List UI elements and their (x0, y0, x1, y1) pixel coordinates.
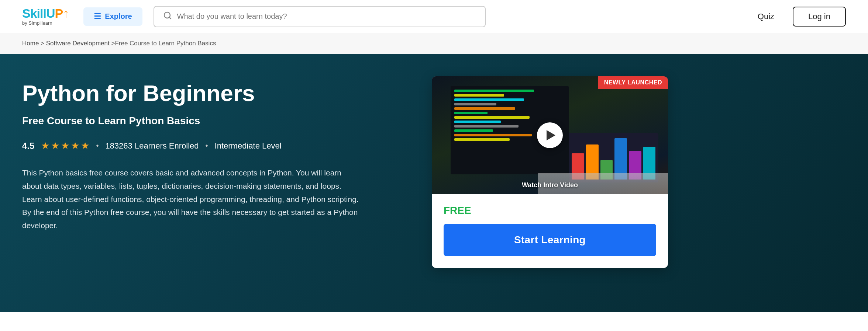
play-icon (547, 130, 555, 140)
course-description: This Python basics free course covers ba… (22, 166, 362, 232)
breadcrumb: Home > Software Development >Free Course… (0, 33, 868, 54)
hamburger-icon: ☰ (94, 12, 101, 21)
start-learning-button[interactable]: Start Learning (444, 224, 656, 256)
star-5: ★ (81, 140, 89, 151)
header: SkillUP↑ by Simplilearn ☰ Explore Quiz L… (0, 0, 868, 33)
rating-row: 4.5 ★ ★ ★ ★ ★ • 183263 Learners Enrolled… (22, 140, 410, 151)
rating-number: 4.5 (22, 141, 34, 151)
learners-enrolled: 183263 Learners Enrolled (105, 141, 199, 151)
hero-section: Python for Beginners Free Course to Lear… (0, 54, 868, 312)
nav-right: Quiz Log in (758, 7, 846, 27)
dot-sep-2: • (206, 142, 208, 150)
star-rating: ★ ★ ★ ★ ★ (41, 140, 89, 151)
watch-intro-text: Watch Intro Video (522, 181, 578, 189)
logo-sub: by Simplilearn (22, 20, 52, 26)
card-body: FREE Start Learning (432, 194, 668, 268)
hero-content: Python for Beginners Free Course to Lear… (22, 76, 410, 232)
explore-label: Explore (105, 12, 132, 21)
logo: SkillUP↑ by Simplilearn (22, 7, 69, 26)
svg-line-1 (169, 17, 170, 18)
card-video: NEWLY LAUNCHED Watch Intro Video (432, 76, 668, 194)
login-button[interactable]: Log in (793, 7, 846, 27)
breadcrumb-sep1: > (39, 40, 46, 47)
star-2: ★ (51, 140, 59, 151)
course-card: NEWLY LAUNCHED Watch Intro Video FREE St… (432, 76, 668, 268)
star-4: ★ (71, 140, 79, 151)
logo-text: SkillUP↑ (22, 7, 69, 20)
search-input[interactable] (177, 12, 476, 21)
course-title: Python for Beginners (22, 80, 410, 106)
search-bar (154, 6, 486, 27)
newly-launched-badge: NEWLY LAUNCHED (598, 76, 668, 89)
course-subtitle: Free Course to Learn Python Basics (22, 115, 410, 127)
search-icon (163, 11, 172, 22)
play-button[interactable] (537, 122, 563, 148)
breadcrumb-home[interactable]: Home (22, 40, 39, 47)
breadcrumb-sep2: > (110, 40, 115, 47)
dot-sep-1: • (96, 142, 99, 150)
star-3: ★ (61, 140, 69, 151)
price-label: FREE (444, 205, 656, 216)
breadcrumb-current: Free Course to Learn Python Basics (115, 40, 216, 47)
breadcrumb-software-dev[interactable]: Software Development (46, 40, 110, 47)
course-level: Intermediate Level (215, 141, 282, 151)
explore-button[interactable]: ☰ Explore (83, 7, 142, 26)
star-1: ★ (41, 140, 49, 151)
quiz-link[interactable]: Quiz (758, 12, 774, 21)
